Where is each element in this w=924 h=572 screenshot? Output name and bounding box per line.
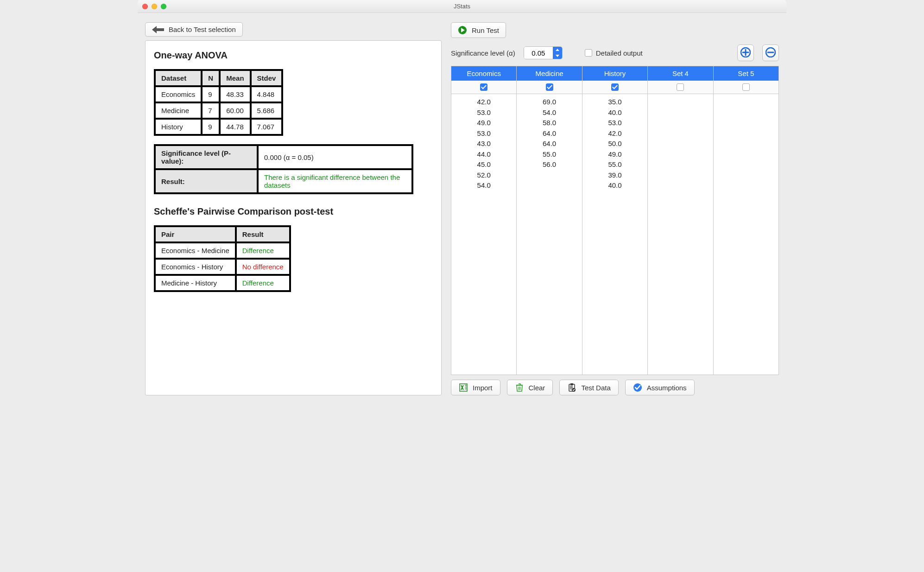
back-button-label: Back to Test selection bbox=[169, 25, 236, 33]
data-cell[interactable]: 43.0 bbox=[451, 139, 516, 149]
col-stdev: Stdev bbox=[251, 70, 282, 86]
column-header[interactable]: History bbox=[582, 66, 647, 81]
data-column[interactable]: Set 4 bbox=[648, 66, 713, 375]
add-column-button[interactable] bbox=[737, 44, 754, 61]
close-window-button[interactable] bbox=[142, 4, 148, 9]
sig-label: Significance level (P-value): bbox=[155, 146, 257, 169]
clear-label: Clear bbox=[529, 384, 545, 392]
zoom-window-button[interactable] bbox=[161, 4, 166, 9]
test-data-button[interactable]: Test Data bbox=[559, 380, 618, 395]
data-cell[interactable]: 52.0 bbox=[451, 170, 516, 181]
table-row: Economics 9 48.33 4.848 bbox=[155, 87, 282, 102]
stepper-arrows[interactable] bbox=[553, 47, 562, 59]
data-grid[interactable]: Economics42.053.049.053.043.044.045.052.… bbox=[451, 66, 779, 375]
data-cell[interactable]: 40.0 bbox=[582, 180, 647, 191]
data-cell[interactable]: 42.0 bbox=[582, 128, 647, 139]
column-body[interactable]: 35.040.053.042.050.049.055.039.040.0 bbox=[582, 94, 647, 375]
run-test-button[interactable]: Run Test bbox=[451, 22, 506, 38]
data-cell[interactable]: 40.0 bbox=[582, 108, 647, 118]
col-result: Result bbox=[236, 227, 290, 242]
column-include-checkbox[interactable] bbox=[546, 83, 553, 91]
significance-stepper[interactable] bbox=[524, 46, 563, 59]
result-value: There is a significant difference betwee… bbox=[258, 170, 412, 193]
column-header[interactable]: Set 4 bbox=[648, 66, 713, 81]
data-cell[interactable]: 56.0 bbox=[517, 159, 582, 170]
data-cell[interactable]: 53.0 bbox=[451, 108, 516, 118]
data-cell[interactable]: 50.0 bbox=[582, 139, 647, 149]
data-cell[interactable]: 58.0 bbox=[517, 118, 582, 128]
output-panel: One-way ANOVA Dataset N Mean Stdev Econo… bbox=[145, 40, 442, 395]
column-header[interactable]: Set 5 bbox=[714, 66, 778, 81]
clear-button[interactable]: Clear bbox=[507, 380, 553, 395]
column-check-row bbox=[648, 81, 713, 94]
table-row: Medicine - History Difference bbox=[155, 275, 290, 291]
column-body[interactable] bbox=[648, 94, 713, 375]
data-cell[interactable]: 54.0 bbox=[451, 180, 516, 191]
result-table: Significance level (P-value): 0.000 (α =… bbox=[154, 144, 413, 194]
significance-label: Significance level (α) bbox=[451, 49, 515, 57]
column-include-checkbox[interactable] bbox=[677, 83, 684, 91]
data-cell[interactable]: 49.0 bbox=[582, 149, 647, 160]
col-n: N bbox=[202, 70, 219, 86]
data-column[interactable]: History35.040.053.042.050.049.055.039.04… bbox=[582, 66, 648, 375]
data-cell[interactable]: 35.0 bbox=[582, 97, 647, 108]
data-cell[interactable]: 55.0 bbox=[517, 149, 582, 160]
column-header[interactable]: Medicine bbox=[517, 66, 582, 81]
data-cell[interactable]: 64.0 bbox=[517, 139, 582, 149]
table-row: Medicine 7 60.00 5.686 bbox=[155, 103, 282, 118]
result-label: Result: bbox=[155, 170, 257, 193]
column-check-row bbox=[451, 81, 516, 94]
minus-icon bbox=[766, 47, 776, 59]
data-cell[interactable]: 64.0 bbox=[517, 128, 582, 139]
data-cell[interactable]: 53.0 bbox=[582, 118, 647, 128]
import-button[interactable]: Import bbox=[451, 380, 500, 395]
clipboard-check-icon bbox=[567, 383, 576, 392]
stats-table: Dataset N Mean Stdev Economics 9 48.33 4… bbox=[154, 69, 283, 136]
data-cell[interactable]: 42.0 bbox=[451, 97, 516, 108]
table-row: Economics - Medicine Difference bbox=[155, 243, 290, 258]
stepper-down-icon[interactable] bbox=[553, 53, 562, 59]
back-arrow-icon bbox=[152, 26, 164, 33]
pairs-table: Pair Result Economics - Medicine Differe… bbox=[154, 225, 291, 292]
col-dataset: Dataset bbox=[155, 70, 201, 86]
col-pair: Pair bbox=[155, 227, 235, 242]
table-row: History 9 44.78 7.067 bbox=[155, 119, 282, 134]
svg-rect-5 bbox=[570, 383, 573, 385]
column-body[interactable] bbox=[714, 94, 778, 375]
column-include-checkbox[interactable] bbox=[480, 83, 487, 91]
trash-icon bbox=[515, 383, 524, 392]
data-cell[interactable]: 69.0 bbox=[517, 97, 582, 108]
data-cell[interactable]: 49.0 bbox=[451, 118, 516, 128]
column-body[interactable]: 42.053.049.053.043.044.045.052.054.0 bbox=[451, 94, 516, 375]
play-icon bbox=[458, 25, 467, 35]
data-column[interactable]: Medicine69.054.058.064.064.055.056.0 bbox=[517, 66, 582, 375]
column-include-checkbox[interactable] bbox=[611, 83, 619, 91]
column-check-row bbox=[582, 81, 647, 94]
assumptions-button[interactable]: Assumptions bbox=[625, 380, 695, 395]
significance-input[interactable] bbox=[524, 47, 553, 59]
column-header[interactable]: Economics bbox=[451, 66, 516, 81]
column-include-checkbox[interactable] bbox=[742, 83, 750, 91]
stepper-up-icon[interactable] bbox=[553, 47, 562, 53]
window-title: JStats bbox=[138, 3, 786, 10]
titlebar: JStats bbox=[138, 0, 786, 13]
anova-heading: One-way ANOVA bbox=[154, 50, 433, 61]
detailed-output-checkbox[interactable] bbox=[585, 49, 592, 57]
data-column[interactable]: Set 5 bbox=[714, 66, 779, 375]
data-cell[interactable]: 54.0 bbox=[517, 108, 582, 118]
import-label: Import bbox=[473, 384, 493, 392]
data-cell[interactable]: 45.0 bbox=[451, 159, 516, 170]
column-body[interactable]: 69.054.058.064.064.055.056.0 bbox=[517, 94, 582, 375]
plus-icon bbox=[740, 47, 751, 59]
data-cell[interactable]: 55.0 bbox=[582, 159, 647, 170]
back-button[interactable]: Back to Test selection bbox=[145, 22, 243, 37]
data-cell[interactable]: 53.0 bbox=[451, 128, 516, 139]
test-data-label: Test Data bbox=[581, 384, 610, 392]
column-check-row bbox=[517, 81, 582, 94]
minimize-window-button[interactable] bbox=[152, 4, 157, 9]
remove-column-button[interactable] bbox=[762, 44, 779, 61]
data-column[interactable]: Economics42.053.049.053.043.044.045.052.… bbox=[451, 66, 517, 375]
detailed-output-label: Detailed output bbox=[596, 49, 643, 57]
data-cell[interactable]: 44.0 bbox=[451, 149, 516, 160]
data-cell[interactable]: 39.0 bbox=[582, 170, 647, 181]
